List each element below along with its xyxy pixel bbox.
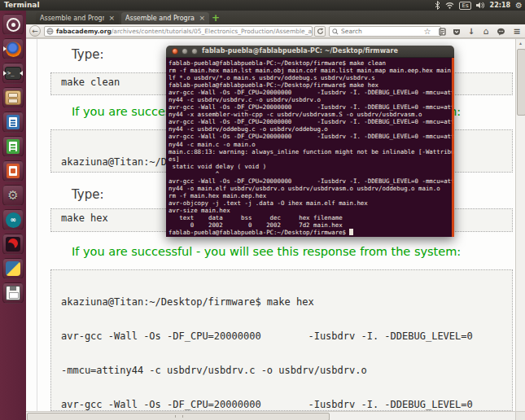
globe-icon	[46, 28, 54, 35]
launcher-item-libreoffice-impress[interactable]	[2, 160, 24, 182]
launcher-item-floppy-tool[interactable]	[2, 282, 24, 304]
terminal-icon: >_	[5, 67, 21, 80]
terminal-title: fablab-puebla@fablabpuebla-PC: ~/Desktop…	[202, 47, 449, 55]
keyboard-layout-indicator[interactable]: Es	[459, 2, 470, 10]
navigation-toolbar: ← fabacademy.org/archives/content/tutori…	[26, 24, 525, 38]
system-tray: Es 22:18 ⚙	[435, 0, 523, 11]
reading-list-icon[interactable]	[436, 26, 448, 37]
launcher-item-ubuntu-dash[interactable]	[2, 14, 24, 35]
red-app-icon	[6, 237, 20, 252]
running-pip-icon	[3, 46, 7, 51]
wifi-icon[interactable]	[445, 2, 454, 9]
tab-assemble-1[interactable]: Assemble and Program... ×	[36, 12, 119, 24]
desktop: Terminal Es 22:18 ⚙ >_ ⚙ ∞ Assemble and …	[0, 0, 525, 420]
new-tab-button[interactable]: +	[212, 13, 220, 24]
session-gear-icon[interactable]: ⚙	[515, 2, 523, 10]
url-host: fabacademy.org	[56, 28, 112, 35]
launcher-item-python[interactable]	[2, 258, 24, 279]
launcher-item-files[interactable]	[2, 87, 24, 108]
bluetooth-icon[interactable]	[435, 1, 440, 10]
launcher-item-libreoffice-calc[interactable]	[2, 136, 24, 157]
url-bar[interactable]: fabacademy.org/archives/content/tutorial…	[44, 26, 313, 37]
scroll-up-arrow-icon[interactable]: ▴	[516, 39, 525, 47]
success-heading-2: If you are successful - you will see thi…	[72, 245, 461, 258]
terminal-title-bar[interactable]: fablab-puebla@fablabpuebla-PC: ~/Desktop…	[166, 46, 454, 58]
writer-icon	[7, 115, 20, 129]
terminal-overlay-scrollbar[interactable]	[452, 58, 454, 237]
menu-icon[interactable]: ≡	[511, 26, 523, 37]
clock[interactable]: 22:18	[490, 2, 510, 9]
firefox-icon	[6, 42, 21, 57]
focused-pip-icon	[20, 71, 23, 76]
reload-icon	[317, 28, 324, 35]
vertical-scroll-thumb[interactable]	[517, 49, 525, 116]
settings-gear-icon: ⚙	[7, 189, 18, 202]
launcher-item-system-settings[interactable]: ⚙	[2, 185, 24, 206]
horizontal-scroll-thumb[interactable]	[27, 413, 330, 420]
arduino-icon: ∞	[6, 212, 21, 228]
tab-close-icon[interactable]: ×	[199, 15, 205, 22]
impress-icon	[7, 164, 20, 178]
downloads-icon[interactable]: ↓	[466, 26, 477, 37]
scroll-corner	[515, 411, 525, 420]
code-block-hex-output: akaziuna@Titan:~/Desktop/firmware$ make …	[50, 269, 513, 411]
terminal-cursor	[349, 229, 353, 235]
python-icon	[6, 261, 20, 276]
url-path: /archives/content/tutorials/05_Electroni…	[112, 28, 313, 35]
launcher-item-terminal[interactable]: >_	[2, 63, 24, 84]
hello-chat-icon[interactable]	[495, 26, 506, 37]
bookmark-star-icon[interactable]: ☆	[422, 26, 433, 37]
volume-icon[interactable]	[476, 2, 485, 9]
window-maximize-button[interactable]	[191, 48, 198, 55]
back-button[interactable]: ←	[29, 25, 41, 37]
floppy-disk-icon	[6, 286, 20, 300]
type-heading-1: Type:	[72, 47, 104, 62]
ubuntu-logo-icon	[7, 18, 20, 32]
reload-button[interactable]	[314, 26, 326, 37]
horizontal-scrollbar[interactable]	[26, 411, 525, 420]
top-panel: Terminal Es 22:18 ⚙	[0, 0, 525, 11]
type-heading-2: Type:	[72, 187, 104, 202]
window-minimize-button[interactable]	[182, 48, 188, 55]
terminal-window: fablab-puebla@fablabpuebla-PC: ~/Desktop…	[166, 46, 454, 237]
terminal-output[interactable]: fablab-puebla@fablabpuebla-PC:~/Desktop/…	[166, 58, 454, 237]
tab-close-icon[interactable]: ×	[108, 15, 115, 22]
active-app-title: Terminal	[4, 1, 40, 9]
tab-bar: Assemble and Program... × Assemble and P…	[26, 11, 525, 24]
pocket-icon[interactable]	[451, 26, 462, 37]
running-pip-icon	[3, 71, 7, 76]
calc-icon	[7, 139, 20, 154]
tab-assemble-2-active[interactable]: Assemble and Program... ×	[121, 12, 209, 24]
launcher-item-red-app[interactable]	[2, 234, 24, 255]
page-margin-line	[37, 39, 37, 411]
vertical-scrollbar[interactable]: ▴	[515, 39, 525, 412]
launcher: >_ ⚙ ∞	[0, 11, 26, 420]
launcher-item-libreoffice-writer[interactable]	[2, 112, 24, 133]
search-icon	[332, 28, 339, 35]
window-close-button[interactable]	[172, 48, 178, 55]
home-icon[interactable]: ⌂	[480, 26, 492, 37]
launcher-item-arduino[interactable]: ∞	[2, 209, 24, 230]
launcher-item-firefox[interactable]	[2, 38, 24, 59]
file-cabinet-icon	[5, 90, 21, 105]
